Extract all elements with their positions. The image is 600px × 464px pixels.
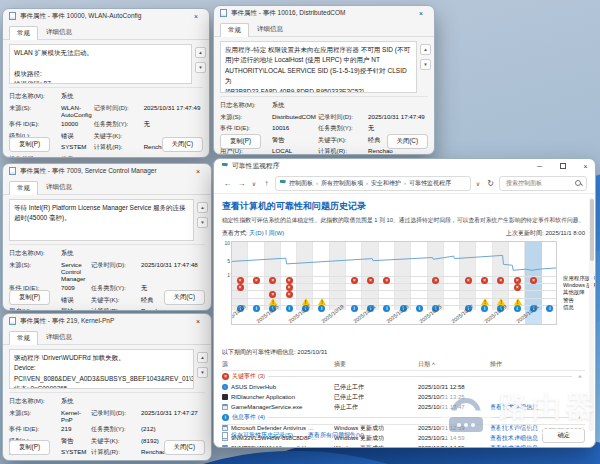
close-icon[interactable]: ×	[191, 168, 205, 175]
scroll-down-button[interactable]: ▼	[197, 217, 208, 228]
group-header-crit[interactable]: ×关键事件 (3)˄	[222, 371, 585, 382]
error-icon[interactable]: ×	[237, 277, 244, 284]
info-icon[interactable]: i	[318, 305, 325, 312]
close-icon[interactable]: ×	[189, 13, 203, 20]
error-icon[interactable]: ×	[481, 277, 488, 284]
tab-details[interactable]: 详细信息	[38, 25, 80, 39]
relmon-titlebar: 可靠性监视程序 ─ ×	[214, 159, 595, 173]
action-link[interactable]: 查看技术详细信息	[490, 445, 538, 449]
info-icon[interactable]: i	[351, 305, 358, 312]
scroll-up-button[interactable]: ▲	[197, 202, 208, 213]
close-dialog-button[interactable]: 关闭(C)	[162, 137, 203, 152]
error-icon[interactable]: ×	[514, 277, 521, 284]
ok-button[interactable]: 确定	[542, 428, 585, 443]
collapse-icon[interactable]: ˄	[575, 415, 585, 421]
breadcrumb-segment[interactable]: 可靠性监视程序	[409, 179, 451, 188]
search-box[interactable]	[499, 176, 587, 191]
tab-general[interactable]: 常规	[220, 23, 249, 37]
info-icon[interactable]: i	[383, 305, 390, 312]
error-icon[interactable]: ×	[497, 277, 504, 284]
info-icon[interactable]: i	[416, 305, 423, 312]
up-button[interactable]: ↑	[261, 179, 272, 188]
maximize-button[interactable]	[553, 159, 572, 173]
close-icon[interactable]: ×	[191, 318, 205, 325]
copy-button[interactable]: 复制(P)	[9, 137, 50, 152]
tab-general[interactable]: 常规	[9, 331, 38, 345]
error-icon[interactable]: ×	[286, 277, 293, 284]
minimize-button[interactable]: ─	[530, 159, 549, 173]
info-icon[interactable]: i	[546, 305, 553, 312]
copy-button[interactable]: 复制(P)	[9, 440, 50, 455]
reliability-monitor-window: 可靠性监视程序 ─ × ← → ∨ ↑ 控制面板›所有控制面板项›安全和维护›可…	[213, 158, 596, 448]
tab-details[interactable]: 详细信息	[38, 180, 80, 194]
copy-button[interactable]: 复制(P)	[220, 134, 261, 149]
tab-general[interactable]: 常规	[9, 26, 38, 40]
scroll-up-button[interactable]: ▲	[195, 47, 206, 58]
event-message: 应用程序-特定 权限设置并未向在应用程序容器 不可用 SID (不可用)中运行的…	[220, 41, 417, 93]
tab-details[interactable]: 详细信息	[38, 330, 80, 344]
scrollbar-thumb[interactable]	[590, 199, 594, 261]
info-icon[interactable]: i	[481, 305, 488, 312]
collapse-icon[interactable]: ˄	[575, 374, 585, 380]
error-icon[interactable]: ×	[286, 284, 293, 291]
column-header[interactable]: 源	[222, 360, 334, 369]
warning-icon[interactable]	[318, 298, 326, 305]
view-by-days-link[interactable]: 天(D)	[249, 229, 263, 238]
view-reports-link[interactable]: 查看所有问题报告(V)	[308, 431, 364, 440]
info-icon[interactable]: i	[253, 305, 260, 312]
table-row[interactable]: 9NMP99VJ6WV-Microsoft.Yo…Windows 更新成功202…	[222, 443, 585, 448]
tab-details[interactable]: 详细信息	[249, 22, 291, 36]
info-icon[interactable]: i	[514, 305, 521, 312]
close-button[interactable]: ×	[576, 159, 595, 173]
error-icon[interactable]: ×	[514, 284, 521, 291]
chart-plot-area[interactable]: ××××××××××××××××××iiiiiiiiiiiiiiiiii2025…	[231, 241, 557, 325]
error-icon[interactable]: ×	[237, 284, 244, 291]
close-dialog-button[interactable]: 关闭(C)	[164, 290, 205, 305]
warning-icon[interactable]	[514, 298, 522, 305]
back-button[interactable]: ←	[222, 179, 233, 188]
error-icon[interactable]: ×	[383, 277, 390, 284]
action-link[interactable]: 查看技术详细信息	[490, 404, 538, 410]
close-dialog-button[interactable]: 关闭(C)	[387, 134, 428, 149]
view-by-weeks-link[interactable]: 周(W)	[269, 229, 285, 238]
close-icon[interactable]: ×	[414, 10, 428, 17]
error-icon[interactable]: ×	[367, 277, 374, 284]
info-icon[interactable]: i	[286, 305, 293, 312]
scroll-up-button[interactable]: ▲	[420, 44, 431, 55]
error-icon[interactable]: ×	[465, 277, 472, 284]
warning-icon[interactable]	[481, 298, 489, 305]
close-dialog-button[interactable]: 关闭(C)	[164, 440, 205, 455]
scroll-down-button[interactable]: ▼	[420, 59, 431, 70]
save-history-link[interactable]: 保存可靠性历史记录(S)...	[231, 431, 298, 440]
breadcrumb-segment[interactable]: 安全和维护	[371, 179, 401, 188]
group-header-info[interactable]: i信息事件 (4)˄	[222, 412, 585, 423]
error-icon[interactable]: ×	[286, 291, 293, 298]
error-icon[interactable]: ×	[530, 277, 537, 284]
forward-button[interactable]: →	[236, 179, 247, 188]
breadcrumb-segment[interactable]: 控制面板	[289, 179, 313, 188]
stability-chart[interactable]: ××××××××××××××××××iiiiiiiiiiiiiiiiii2025…	[231, 241, 585, 345]
scroll-down-button[interactable]: ▼	[197, 367, 208, 378]
recent-pages-button[interactable]: ∨	[250, 180, 258, 187]
scroll-up-button[interactable]: ▲	[197, 352, 208, 363]
vertical-scrollbar[interactable]	[589, 197, 594, 431]
refresh-button[interactable]: ↻	[485, 179, 496, 188]
address-dropdown-button[interactable]: ∨	[474, 180, 482, 187]
column-header[interactable]: 操作	[490, 360, 585, 369]
error-icon[interactable]: ×	[269, 277, 276, 284]
field-value: 2025/10/31 17:47:49	[368, 113, 432, 122]
copy-button[interactable]: 复制(P)	[9, 290, 50, 305]
tab-general[interactable]: 常规	[9, 181, 38, 195]
table-row[interactable]: GameManagerService.exe停止工作2025/10/31 17:…	[222, 402, 585, 412]
error-icon[interactable]: ×	[432, 277, 439, 284]
breadcrumb[interactable]: 控制面板›所有控制面板项›安全和维护›可靠性监视程序	[275, 176, 471, 191]
column-header[interactable]: 日期 ˄	[418, 360, 490, 369]
column-header[interactable]: 摘要	[334, 360, 418, 369]
error-icon[interactable]: ×	[253, 277, 260, 284]
search-input[interactable]	[504, 179, 572, 187]
breadcrumb-segment[interactable]: 所有控制面板项	[321, 179, 363, 188]
table-row[interactable]: ASUS DriverHub已停止工作2025/10/31 12:58	[222, 382, 585, 392]
scroll-down-button[interactable]: ▼	[195, 62, 206, 73]
error-icon[interactable]: ×	[351, 277, 358, 284]
table-row[interactable]: RIDlauncher Application已停止工作2025/10/31 1…	[222, 392, 585, 402]
